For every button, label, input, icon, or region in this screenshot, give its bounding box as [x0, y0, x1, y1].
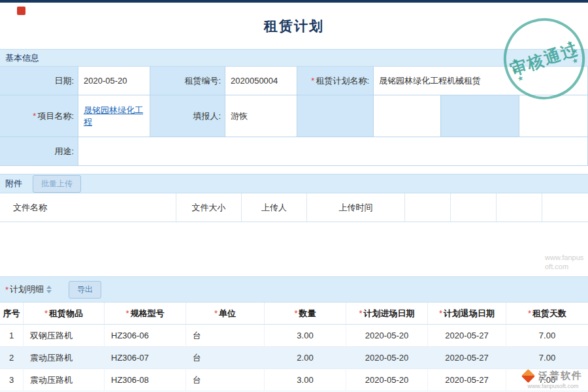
project-value-cell: 晟铭园林绿化工程 — [78, 95, 150, 137]
purpose-value — [78, 137, 588, 166]
attach-col-empty — [542, 193, 588, 221]
detail-cell-no: 3 — [0, 369, 24, 391]
detail-cell-no: 1 — [0, 325, 24, 347]
detail-cell-unit: 台 — [186, 347, 265, 369]
detail-col-header: *计划退场日期 — [428, 302, 506, 325]
batch-upload-button[interactable]: 批量上传 — [33, 175, 81, 193]
rental-no-value: 2020050004 — [225, 67, 297, 95]
detail-cell-qty: 3.00 — [265, 325, 346, 347]
detail-cell-model: HZ306-07 — [105, 347, 186, 369]
date-value: 2020-05-20 — [78, 67, 150, 95]
detail-col-header: 序号 — [0, 302, 24, 325]
plan-details-section-bar: * 计划明细 导出 — [0, 276, 588, 302]
brand-name: 泛普软件 — [538, 370, 583, 382]
detail-col-header: *单位 — [186, 302, 265, 325]
attach-col-empty — [497, 193, 542, 221]
date-label: 日期: — [0, 67, 78, 95]
attach-col-header: 上传时间 — [307, 193, 405, 221]
required-marker: * — [33, 111, 36, 121]
required-marker: * — [439, 308, 442, 318]
detail-cell-model: HZ306-08 — [105, 369, 186, 391]
required-marker: * — [528, 308, 531, 318]
detail-cell-start: 2020-05-20 — [346, 347, 428, 369]
export-button[interactable]: 导出 — [69, 281, 101, 299]
empty-cell — [519, 95, 588, 137]
attach-col-header: 文件名称 — [0, 193, 176, 221]
reporter-label: 填报人: — [150, 95, 225, 137]
project-label: * 项目名称: — [0, 95, 78, 137]
reporter-value: 游恢 — [225, 95, 297, 137]
plan-name-value: 晟铭园林绿化工程机械租赁 — [374, 67, 588, 95]
project-link[interactable]: 晟铭园林绿化工程 — [84, 105, 146, 127]
plan-details-title: 计划明细 — [10, 284, 44, 295]
detail-col-header: *租赁天数 — [506, 302, 588, 325]
detail-cell-start: 2020-05-20 — [346, 325, 428, 347]
empty-cell — [374, 95, 441, 137]
fanpu-logo-icon — [521, 369, 535, 383]
detail-cell-model: HZ306-06 — [105, 325, 186, 347]
attach-col-empty — [405, 193, 451, 221]
page-title: 租赁计划 — [0, 3, 588, 49]
basic-info-grid: 日期: 2020-05-20 租赁编号: 2020050004 * 租赁计划名称… — [0, 67, 588, 166]
rental-no-label: 租赁编号: — [150, 67, 225, 95]
attachments-empty-area — [0, 222, 588, 276]
brand-url: www.fanpusoft.com — [527, 383, 578, 389]
required-marker: * — [125, 308, 129, 318]
attachments-table-header: 文件名称文件大小上传人上传时间 — [0, 193, 588, 222]
attachments-title: 附件 — [5, 178, 22, 189]
required-marker: * — [294, 308, 297, 318]
detail-cell-no: 2 — [0, 347, 24, 369]
detail-cell-start: 2020-05-20 — [346, 369, 428, 391]
required-marker: * — [5, 285, 8, 295]
sort-icon[interactable] — [46, 286, 52, 293]
detail-cell-qty: 3.00 — [265, 369, 346, 391]
brand-watermark: 泛普软件 www.fanpusoft.com — [523, 370, 583, 389]
app-icon — [17, 7, 25, 15]
detail-cell-days: 7.00 — [506, 325, 588, 347]
attach-col-header: 文件大小 — [176, 193, 242, 221]
attach-col-header: 上传人 — [242, 193, 307, 221]
basic-info-section-bar: 基本信息 — [0, 49, 588, 67]
required-marker: * — [44, 308, 48, 318]
detail-cell-unit: 台 — [186, 325, 265, 347]
detail-cell-unit: 台 — [186, 369, 265, 391]
required-marker: * — [359, 308, 362, 318]
detail-col-header: *租赁物品 — [24, 302, 105, 325]
detail-cell-item: 双钢压路机 — [24, 325, 105, 347]
attach-col-empty — [451, 193, 497, 221]
basic-info-title: 基本信息 — [5, 52, 39, 64]
detail-col-header: *规格型号 — [105, 302, 186, 325]
purpose-label: 用途: — [0, 137, 78, 166]
detail-cell-end: 2020-05-27 — [428, 325, 506, 347]
required-marker: * — [311, 76, 314, 86]
detail-cell-end: 2020-05-27 — [428, 347, 506, 369]
detail-cell-days: 7.00 — [506, 347, 588, 369]
detail-cell-qty: 2.00 — [265, 347, 346, 369]
detail-col-header: *计划进场日期 — [346, 302, 428, 325]
detail-col-header: *数量 — [265, 302, 346, 325]
required-marker: * — [214, 308, 218, 318]
detail-cell-end: 2020-05-27 — [428, 369, 506, 391]
detail-cell-item: 震动压路机 — [24, 347, 105, 369]
empty-cell — [297, 95, 374, 137]
detail-cell-item: 震动压路机 — [24, 369, 105, 391]
attachments-section-bar: 附件 批量上传 — [0, 174, 588, 193]
plan-details-table: 序号*租赁物品*规格型号*单位*数量*计划进场日期*计划退场日期*租赁天数1双钢… — [0, 302, 588, 391]
watermark-url-mid: www.fanpusoft.com — [545, 253, 585, 272]
plan-name-label: * 租赁计划名称: — [297, 67, 374, 95]
empty-cell — [441, 95, 519, 137]
